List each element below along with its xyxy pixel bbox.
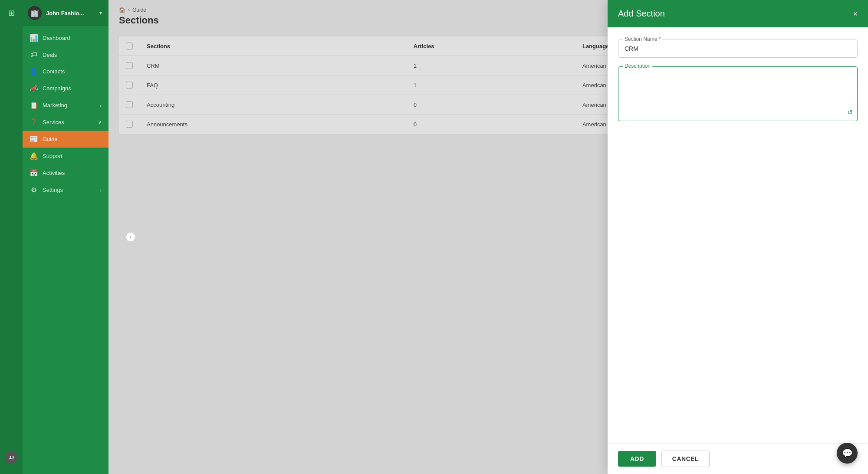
- add-button[interactable]: ADD: [618, 451, 656, 467]
- dashboard-icon: 📊: [30, 34, 38, 42]
- row-articles: 1: [407, 76, 575, 95]
- campaigns-icon: 📣: [30, 84, 38, 92]
- modal-header: Add Section ×: [608, 0, 868, 27]
- sidebar-collapse-button[interactable]: ‹: [126, 232, 135, 242]
- services-chevron-icon: ∨: [98, 119, 102, 125]
- settings-icon: ⚙: [30, 186, 38, 194]
- row-checkbox[interactable]: [126, 62, 133, 69]
- header-checkbox-cell: [119, 36, 140, 56]
- breadcrumb-home-icon[interactable]: 🏠: [119, 7, 125, 13]
- row-checkbox-cell: [119, 76, 140, 95]
- row-checkbox-cell: [119, 95, 140, 115]
- row-articles: 0: [407, 95, 575, 115]
- services-icon: ❓: [30, 118, 38, 126]
- row-checkbox[interactable]: [126, 101, 133, 108]
- company-name: John Fashio...: [46, 10, 94, 16]
- row-checkbox-cell: [119, 115, 140, 134]
- chat-fab-button[interactable]: 💬: [837, 443, 858, 464]
- sidebar-nav: 📊 Dashboard 🏷 Deals 👤 Contacts 📣 Campaig…: [23, 26, 108, 474]
- description-field: Description ↺: [618, 66, 858, 121]
- add-section-modal: Add Section × Section Name * Description…: [608, 0, 868, 474]
- contacts-icon: 👤: [30, 67, 38, 76]
- user-avatar[interactable]: JJ: [5, 451, 17, 464]
- sidebar-item-guide[interactable]: 📰 Guide: [23, 131, 108, 148]
- description-textarea[interactable]: [618, 67, 857, 119]
- sidebar-item-support[interactable]: 🔔 Support: [23, 148, 108, 165]
- sidebar-item-label: Settings: [43, 187, 63, 193]
- modal-footer: ADD CANCEL: [608, 443, 868, 474]
- sidebar-item-label: Contacts: [43, 68, 65, 75]
- articles-column-header: Articles: [407, 36, 575, 56]
- sections-column-header: Sections: [140, 36, 407, 56]
- description-label: Description: [623, 63, 652, 69]
- marketing-chevron-icon: ›: [100, 103, 102, 108]
- company-chevron-icon: ▼: [98, 10, 103, 16]
- row-section-name: Accounting: [140, 95, 407, 115]
- sidebar-item-label: Activities: [43, 170, 65, 176]
- icon-bar: ⊞ JJ: [0, 0, 23, 474]
- sidebar-item-services[interactable]: ❓ Services ∨: [23, 114, 108, 131]
- marketing-icon: 📋: [30, 101, 38, 109]
- sidebar-item-label: Dashboard: [43, 35, 70, 41]
- row-section-name: CRM: [140, 56, 407, 76]
- sidebar-item-label: Services: [43, 119, 64, 125]
- modal-title: Add Section: [618, 9, 665, 19]
- row-articles: 1: [407, 56, 575, 76]
- select-all-checkbox[interactable]: [126, 43, 133, 49]
- row-section-name: Announcements: [140, 115, 407, 134]
- section-name-label: Section Name *: [623, 36, 662, 42]
- activities-icon: 📅: [30, 169, 38, 177]
- modal-body: Section Name * Description ↺: [608, 27, 868, 443]
- sidebar-item-marketing[interactable]: 📋 Marketing ›: [23, 97, 108, 114]
- section-name-field: Section Name *: [618, 40, 858, 58]
- sidebar-item-contacts[interactable]: 👤 Contacts: [23, 63, 108, 80]
- row-checkbox[interactable]: [126, 82, 133, 89]
- sidebar-item-label: Marketing: [43, 102, 67, 109]
- row-articles: 0: [407, 115, 575, 134]
- description-wrapper: Description ↺: [618, 66, 858, 121]
- sidebar-item-deals[interactable]: 🏷 Deals: [23, 46, 108, 63]
- section-name-wrapper: Section Name *: [618, 40, 858, 58]
- sidebar-item-activities[interactable]: 📅 Activities: [23, 165, 108, 181]
- section-name-input[interactable]: [618, 40, 857, 57]
- refresh-icon[interactable]: ↺: [847, 108, 853, 116]
- sidebar-item-label: Support: [43, 153, 62, 159]
- breadcrumb-separator: ›: [128, 7, 130, 13]
- sidebar-item-campaigns[interactable]: 📣 Campaigns: [23, 80, 108, 97]
- company-header[interactable]: 🏢 John Fashio... ▼: [23, 0, 108, 26]
- sidebar-item-label: Campaigns: [43, 85, 71, 92]
- cancel-button[interactable]: CANCEL: [661, 451, 710, 467]
- chat-icon: 💬: [842, 448, 853, 458]
- deals-icon: 🏷: [30, 51, 38, 59]
- breadcrumb-parent[interactable]: Guide: [132, 7, 146, 13]
- sidebar-item-dashboard[interactable]: 📊 Dashboard: [23, 30, 108, 46]
- grid-icon[interactable]: ⊞: [3, 5, 19, 21]
- support-icon: 🔔: [30, 152, 38, 160]
- sidebar: 🏢 John Fashio... ▼ 📊 Dashboard 🏷 Deals 👤…: [23, 0, 108, 474]
- row-checkbox[interactable]: [126, 121, 133, 128]
- sidebar-item-settings[interactable]: ⚙ Settings ›: [23, 181, 108, 198]
- guide-icon: 📰: [30, 135, 38, 143]
- row-section-name: FAQ: [140, 76, 407, 95]
- modal-close-button[interactable]: ×: [853, 10, 858, 18]
- company-logo: 🏢: [28, 6, 42, 20]
- sidebar-item-label: Guide: [43, 136, 58, 142]
- settings-chevron-icon: ›: [100, 188, 102, 193]
- row-checkbox-cell: [119, 56, 140, 76]
- sidebar-item-label: Deals: [43, 52, 57, 58]
